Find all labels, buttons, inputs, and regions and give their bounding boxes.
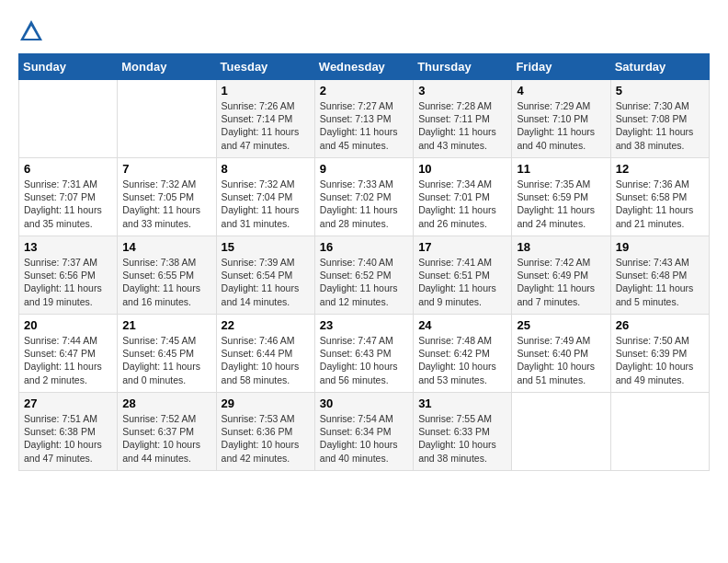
calendar-cell: 5Sunrise: 7:30 AMSunset: 7:08 PMDaylight… xyxy=(610,80,709,158)
calendar-cell: 10Sunrise: 7:34 AMSunset: 7:01 PMDayligh… xyxy=(414,158,512,236)
day-info: Sunrise: 7:37 AMSunset: 6:56 PMDaylight:… xyxy=(24,256,112,308)
calendar-cell: 9Sunrise: 7:33 AMSunset: 7:02 PMDaylight… xyxy=(314,158,413,236)
day-number: 29 xyxy=(222,396,310,410)
day-number: 2 xyxy=(320,84,408,98)
day-info: Sunrise: 7:27 AMSunset: 7:13 PMDaylight:… xyxy=(320,99,408,152)
day-info: Sunrise: 7:32 AMSunset: 7:05 PMDaylight:… xyxy=(122,178,210,230)
calendar-cell xyxy=(610,393,709,471)
day-info: Sunrise: 7:52 AMSunset: 6:37 PMDaylight:… xyxy=(122,412,210,465)
calendar-body: 1Sunrise: 7:26 AMSunset: 7:14 PMDaylight… xyxy=(19,80,710,471)
calendar-cell: 21Sunrise: 7:45 AMSunset: 6:45 PMDayligh… xyxy=(118,315,216,393)
day-number: 31 xyxy=(418,396,506,410)
calendar-cell: 31Sunrise: 7:55 AMSunset: 6:33 PMDayligh… xyxy=(414,393,512,471)
weekday-header-monday: Monday xyxy=(118,54,216,80)
day-number: 26 xyxy=(616,318,704,332)
day-number: 3 xyxy=(418,84,506,98)
weekday-header-tuesday: Tuesday xyxy=(216,54,314,80)
day-number: 19 xyxy=(616,240,704,254)
day-info: Sunrise: 7:46 AMSunset: 6:44 PMDaylight:… xyxy=(222,334,310,386)
day-info: Sunrise: 7:44 AMSunset: 6:47 PMDaylight:… xyxy=(24,334,112,386)
calendar-row-5: 27Sunrise: 7:51 AMSunset: 6:38 PMDayligh… xyxy=(19,393,710,471)
calendar-cell: 25Sunrise: 7:49 AMSunset: 6:40 PMDayligh… xyxy=(512,315,610,393)
day-info: Sunrise: 7:31 AMSunset: 7:07 PMDaylight:… xyxy=(24,178,112,230)
day-number: 24 xyxy=(418,318,506,332)
calendar-cell: 26Sunrise: 7:50 AMSunset: 6:39 PMDayligh… xyxy=(610,315,709,393)
day-info: Sunrise: 7:49 AMSunset: 6:40 PMDaylight:… xyxy=(517,334,605,386)
day-info: Sunrise: 7:33 AMSunset: 7:02 PMDaylight:… xyxy=(320,178,408,230)
calendar-table: SundayMondayTuesdayWednesdayThursdayFrid… xyxy=(18,53,710,471)
day-number: 25 xyxy=(517,318,605,332)
calendar-cell: 27Sunrise: 7:51 AMSunset: 6:38 PMDayligh… xyxy=(19,393,118,471)
calendar-cell: 20Sunrise: 7:44 AMSunset: 6:47 PMDayligh… xyxy=(19,315,118,393)
day-info: Sunrise: 7:55 AMSunset: 6:33 PMDaylight:… xyxy=(418,412,506,465)
weekday-header-sunday: Sunday xyxy=(19,54,118,80)
day-info: Sunrise: 7:47 AMSunset: 6:43 PMDaylight:… xyxy=(320,334,408,386)
calendar-row-4: 20Sunrise: 7:44 AMSunset: 6:47 PMDayligh… xyxy=(19,315,710,393)
day-info: Sunrise: 7:42 AMSunset: 6:49 PMDaylight:… xyxy=(517,256,605,308)
day-number: 7 xyxy=(122,162,210,176)
day-number: 6 xyxy=(24,162,112,176)
day-info: Sunrise: 7:34 AMSunset: 7:01 PMDaylight:… xyxy=(418,178,506,230)
calendar-cell: 8Sunrise: 7:32 AMSunset: 7:04 PMDaylight… xyxy=(216,158,314,236)
day-number: 5 xyxy=(616,84,704,98)
calendar-cell: 15Sunrise: 7:39 AMSunset: 6:54 PMDayligh… xyxy=(216,236,314,315)
calendar-cell: 11Sunrise: 7:35 AMSunset: 6:59 PMDayligh… xyxy=(512,158,610,236)
day-info: Sunrise: 7:29 AMSunset: 7:10 PMDaylight:… xyxy=(517,99,605,152)
day-number: 15 xyxy=(222,240,310,254)
day-info: Sunrise: 7:48 AMSunset: 6:42 PMDaylight:… xyxy=(418,334,506,386)
header-row: SundayMondayTuesdayWednesdayThursdayFrid… xyxy=(19,54,710,80)
day-number: 28 xyxy=(122,396,210,410)
calendar-row-3: 13Sunrise: 7:37 AMSunset: 6:56 PMDayligh… xyxy=(19,236,710,315)
calendar-cell: 28Sunrise: 7:52 AMSunset: 6:37 PMDayligh… xyxy=(118,393,216,471)
day-number: 11 xyxy=(517,162,605,176)
day-number: 9 xyxy=(320,162,408,176)
day-number: 4 xyxy=(517,84,605,98)
calendar-row-2: 6Sunrise: 7:31 AMSunset: 7:07 PMDaylight… xyxy=(19,158,710,236)
calendar-cell: 6Sunrise: 7:31 AMSunset: 7:07 PMDaylight… xyxy=(19,158,118,236)
calendar-cell: 2Sunrise: 7:27 AMSunset: 7:13 PMDaylight… xyxy=(314,80,413,158)
day-number: 27 xyxy=(24,396,112,410)
day-info: Sunrise: 7:45 AMSunset: 6:45 PMDaylight:… xyxy=(122,334,210,386)
day-info: Sunrise: 7:32 AMSunset: 7:04 PMDaylight:… xyxy=(222,178,310,230)
calendar-cell: 29Sunrise: 7:53 AMSunset: 6:36 PMDayligh… xyxy=(216,393,314,471)
day-number: 18 xyxy=(517,240,605,254)
day-info: Sunrise: 7:28 AMSunset: 7:11 PMDaylight:… xyxy=(418,99,506,152)
day-info: Sunrise: 7:51 AMSunset: 6:38 PMDaylight:… xyxy=(24,412,112,465)
calendar-cell xyxy=(19,80,118,158)
day-number: 10 xyxy=(418,162,506,176)
calendar-cell: 13Sunrise: 7:37 AMSunset: 6:56 PMDayligh… xyxy=(19,236,118,315)
calendar-cell: 3Sunrise: 7:28 AMSunset: 7:11 PMDaylight… xyxy=(414,80,512,158)
day-number: 1 xyxy=(222,84,310,98)
calendar-cell: 30Sunrise: 7:54 AMSunset: 6:34 PMDayligh… xyxy=(314,393,413,471)
calendar-cell: 19Sunrise: 7:43 AMSunset: 6:48 PMDayligh… xyxy=(610,236,709,315)
day-number: 8 xyxy=(222,162,310,176)
weekday-header-saturday: Saturday xyxy=(610,54,709,80)
calendar-cell: 16Sunrise: 7:40 AMSunset: 6:52 PMDayligh… xyxy=(314,236,413,315)
calendar-cell: 1Sunrise: 7:26 AMSunset: 7:14 PMDaylight… xyxy=(216,80,314,158)
day-info: Sunrise: 7:40 AMSunset: 6:52 PMDaylight:… xyxy=(320,256,408,308)
calendar-header: SundayMondayTuesdayWednesdayThursdayFrid… xyxy=(19,54,710,80)
day-info: Sunrise: 7:54 AMSunset: 6:34 PMDaylight:… xyxy=(320,412,408,465)
day-info: Sunrise: 7:26 AMSunset: 7:14 PMDaylight:… xyxy=(222,99,310,152)
calendar-cell: 4Sunrise: 7:29 AMSunset: 7:10 PMDaylight… xyxy=(512,80,610,158)
calendar-cell: 14Sunrise: 7:38 AMSunset: 6:55 PMDayligh… xyxy=(118,236,216,315)
day-number: 12 xyxy=(616,162,704,176)
calendar-cell: 7Sunrise: 7:32 AMSunset: 7:05 PMDaylight… xyxy=(118,158,216,236)
day-info: Sunrise: 7:39 AMSunset: 6:54 PMDaylight:… xyxy=(222,256,310,308)
day-info: Sunrise: 7:35 AMSunset: 6:59 PMDaylight:… xyxy=(517,178,605,230)
day-info: Sunrise: 7:30 AMSunset: 7:08 PMDaylight:… xyxy=(616,99,704,152)
logo-icon xyxy=(18,18,44,44)
calendar-cell xyxy=(512,393,610,471)
calendar-cell: 24Sunrise: 7:48 AMSunset: 6:42 PMDayligh… xyxy=(414,315,512,393)
day-info: Sunrise: 7:36 AMSunset: 6:58 PMDaylight:… xyxy=(616,178,704,230)
day-info: Sunrise: 7:41 AMSunset: 6:51 PMDaylight:… xyxy=(418,256,506,308)
day-number: 16 xyxy=(320,240,408,254)
day-number: 14 xyxy=(122,240,210,254)
day-number: 13 xyxy=(24,240,112,254)
day-number: 30 xyxy=(320,396,408,410)
day-number: 23 xyxy=(320,318,408,332)
day-number: 21 xyxy=(122,318,210,332)
calendar-cell xyxy=(118,80,216,158)
calendar-row-1: 1Sunrise: 7:26 AMSunset: 7:14 PMDaylight… xyxy=(19,80,710,158)
calendar-cell: 12Sunrise: 7:36 AMSunset: 6:58 PMDayligh… xyxy=(610,158,709,236)
